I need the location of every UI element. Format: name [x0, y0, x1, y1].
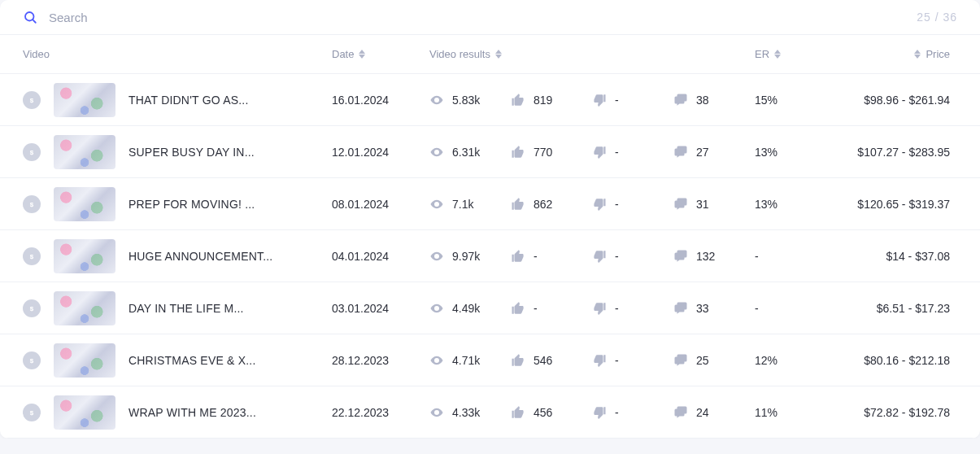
col-er-label: ER: [755, 48, 769, 60]
views-cell: 7.1k: [429, 197, 511, 212]
dislikes-cell: -: [592, 301, 673, 316]
comments-icon: [673, 405, 688, 420]
video-title[interactable]: PREP FOR MOVING! ...: [128, 198, 255, 211]
eye-icon: [429, 93, 444, 107]
video-thumbnail[interactable]: [54, 239, 115, 273]
video-title[interactable]: THAT DIDN'T GO AS...: [128, 94, 248, 107]
video-cell: $ THAT DIDN'T GO AS...: [23, 83, 332, 117]
svg-text:$: $: [30, 96, 34, 103]
comments-value: 25: [696, 354, 709, 367]
dollar-icon: $: [23, 91, 41, 109]
views-value: 4.33k: [452, 406, 480, 419]
comments-cell: 38: [673, 93, 755, 107]
table-body: $ THAT DIDN'T GO AS... 16.01.2024 5.83k …: [0, 74, 980, 439]
likes-value: 546: [534, 354, 552, 367]
video-title[interactable]: WRAP WITH ME 2023...: [128, 406, 256, 419]
er-cell: -: [755, 302, 828, 315]
er-cell: 15%: [755, 94, 828, 107]
thumbs-down-icon: [592, 93, 607, 107]
search-icon: [23, 10, 37, 24]
dislikes-cell: -: [592, 405, 673, 420]
date-cell: 03.01.2024: [332, 302, 429, 315]
eye-icon: [429, 145, 444, 159]
table-row[interactable]: $ WRAP WITH ME 2023... 22.12.2023 4.33k …: [0, 386, 980, 439]
svg-text:$: $: [30, 252, 34, 260]
table-row[interactable]: $ THAT DIDN'T GO AS... 16.01.2024 5.83k …: [0, 74, 980, 126]
video-title[interactable]: CHRISTMAS EVE & X...: [128, 354, 255, 367]
likes-value: -: [534, 250, 538, 263]
video-title[interactable]: SUPER BUSY DAY IN...: [128, 146, 255, 159]
comments-value: 132: [696, 250, 715, 263]
views-cell: 5.83k: [429, 93, 511, 107]
comments-icon: [673, 353, 688, 368]
video-thumbnail[interactable]: [54, 291, 115, 325]
likes-cell: -: [511, 301, 592, 316]
video-table-card: 25 / 36 Video Date Video results ER: [0, 0, 980, 439]
video-thumbnail[interactable]: [54, 135, 115, 169]
price-cell: $80.16 - $212.18: [828, 354, 950, 367]
thumbs-up-icon: [511, 145, 525, 159]
video-thumbnail[interactable]: [54, 343, 115, 378]
dislikes-value: -: [615, 354, 619, 367]
table-row[interactable]: $ CHRISTMAS EVE & X... 28.12.2023 4.71k …: [0, 334, 980, 386]
comments-icon: [673, 145, 688, 159]
likes-value: -: [534, 302, 538, 315]
col-results-label: Video results: [429, 48, 490, 60]
dollar-icon: $: [23, 351, 41, 369]
thumbs-up-icon: [511, 405, 525, 420]
thumbs-up-icon: [511, 197, 525, 212]
col-er[interactable]: ER: [755, 48, 828, 60]
date-cell: 12.01.2024: [332, 146, 429, 159]
views-value: 6.31k: [452, 146, 480, 159]
video-thumbnail[interactable]: [54, 187, 115, 221]
price-cell: $120.65 - $319.37: [828, 198, 950, 211]
video-thumbnail[interactable]: [54, 395, 115, 430]
sort-icon: [914, 50, 921, 59]
video-title[interactable]: DAY IN THE LIFE M...: [128, 302, 244, 315]
thumbs-up-icon: [511, 301, 525, 316]
price-cell: $107.27 - $283.95: [828, 146, 950, 159]
sort-icon: [359, 50, 365, 59]
dislikes-cell: -: [592, 249, 673, 264]
dollar-icon: $: [23, 299, 41, 317]
col-video[interactable]: Video: [23, 48, 332, 60]
svg-point-11: [436, 98, 438, 101]
dislikes-value: -: [615, 146, 619, 159]
views-cell: 4.33k: [429, 405, 511, 420]
col-date[interactable]: Date: [332, 48, 429, 60]
likes-cell: 862: [511, 197, 592, 212]
views-cell: 9.97k: [429, 249, 511, 264]
svg-marker-9: [914, 55, 921, 59]
dislikes-value: -: [615, 94, 619, 107]
date-cell: 16.01.2024: [332, 94, 429, 107]
svg-text:$: $: [30, 408, 34, 416]
result-counter: 25 / 36: [917, 11, 957, 24]
video-thumbnail[interactable]: [54, 83, 115, 117]
col-results[interactable]: Video results: [429, 48, 755, 60]
likes-cell: -: [511, 249, 592, 264]
dislikes-cell: -: [592, 353, 673, 368]
views-value: 7.1k: [452, 198, 473, 211]
table-row[interactable]: $ SUPER BUSY DAY IN... 12.01.2024 6.31k …: [0, 126, 980, 178]
table-row[interactable]: $ PREP FOR MOVING! ... 08.01.2024 7.1k 8…: [0, 178, 980, 230]
comments-cell: 33: [673, 301, 755, 316]
date-cell: 28.12.2023: [332, 354, 429, 367]
thumbs-up-icon: [511, 93, 525, 107]
comments-value: 24: [696, 406, 709, 419]
er-cell: 11%: [755, 406, 828, 419]
svg-point-19: [436, 307, 438, 309]
table-row[interactable]: $ HUGE ANNOUNCEMENT... 04.01.2024 9.97k …: [0, 230, 980, 282]
thumbs-down-icon: [592, 301, 607, 316]
table-row[interactable]: $ DAY IN THE LIFE M... 03.01.2024 4.49k …: [0, 282, 980, 334]
views-value: 5.83k: [452, 94, 480, 107]
eye-icon: [429, 249, 444, 264]
likes-cell: 819: [511, 93, 592, 107]
likes-cell: 546: [511, 353, 592, 368]
video-cell: $ CHRISTMAS EVE & X...: [23, 343, 332, 378]
comments-icon: [673, 93, 688, 107]
eye-icon: [429, 197, 444, 212]
thumbs-up-icon: [511, 353, 525, 368]
search-input[interactable]: [49, 11, 917, 24]
col-price[interactable]: Price: [828, 48, 950, 60]
video-title[interactable]: HUGE ANNOUNCEMENT...: [128, 250, 272, 263]
